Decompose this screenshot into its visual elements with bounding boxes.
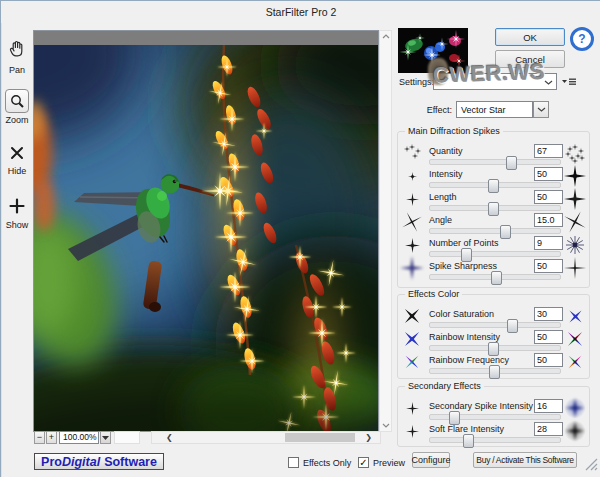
param-value-input[interactable]: 50 [534,167,563,181]
param-slider-thumb[interactable] [491,271,502,285]
long-star-icon [562,188,588,210]
param-slider-thumb[interactable] [463,434,474,448]
param-slider[interactable] [429,414,561,420]
param-label: Rainbow Intensity [429,332,500,342]
tool-pan[interactable]: Pan [1,39,33,75]
small-star-icon [399,397,425,419]
prodigital-logo[interactable]: ProDigitalSoftware [34,453,164,470]
starfilter-dialog: StarFilter Pro 2 PanZoomHideShow [0,0,600,477]
small-star-2-icon [399,420,425,442]
chevron-down-icon [102,436,109,440]
tool-label: Hide [1,166,33,176]
dense-stars-icon [562,142,588,164]
param-value-input[interactable]: 28 [534,422,563,436]
vertical-scrollbar[interactable] [379,30,392,432]
param-row: Secondary Spike Intensity16 [398,400,589,423]
param-slider[interactable] [429,368,561,374]
param-row: Number of Points9 [398,237,589,260]
rainbow-x-star-icon [562,328,588,350]
param-value-input[interactable]: 9 [534,236,563,250]
blue-glow-star-icon [562,397,588,419]
group-main-diffraction-spikes: Main Diffraction SpikesQuantity67Intensi… [397,131,590,288]
zoom-percent-input[interactable]: 100.00% [59,431,99,444]
param-slider[interactable] [429,345,561,351]
show-plus-icon [9,200,25,217]
tool-hide[interactable]: Hide [1,146,33,176]
param-slider[interactable] [429,322,561,328]
param-slider[interactable] [429,437,561,443]
magenta-x-star-icon [562,351,588,373]
param-value-input[interactable]: 15.0 [534,213,563,227]
horizontal-scrollbar[interactable]: ❮ ❯ [151,431,381,444]
four-point-star-icon [399,234,425,256]
soft-blurred-star-icon [399,257,425,279]
preview-checkbox[interactable]: ✓ [358,457,369,468]
green-blue-x-star-icon [399,351,425,373]
param-slider[interactable] [429,182,561,188]
param-slider[interactable] [429,159,561,165]
tool-label: Show [1,220,33,230]
buy-activate-button[interactable]: Buy / Activate This Software [473,452,577,468]
resize-grip[interactable] [584,457,598,475]
param-row: Quantity67 [398,145,589,168]
param-row: Rainbow Frequency50 [398,354,589,377]
tilted-star-left-icon [399,211,425,233]
scroll-left-icon[interactable]: ❮ [166,433,173,443]
param-label: Soft Flare Intensity [429,424,504,434]
magnifier-icon [5,89,29,113]
zoom-out-button[interactable]: − [34,431,45,444]
param-row: Angle15.0 [398,214,589,237]
param-slider[interactable] [429,228,561,234]
dark-glow-star-icon [562,420,588,442]
param-slider-thumb[interactable] [489,365,500,379]
preview-label[interactable]: Preview [373,458,405,468]
param-row: Intensity50 [398,168,589,191]
parameter-groups: Main Diffraction SpikesQuantity67Intensi… [397,1,590,477]
black-x-star-icon [399,305,425,327]
horizontal-scroll-thumb[interactable] [285,433,355,442]
param-label: Number of Points [429,238,499,248]
param-value-input[interactable]: 50 [534,190,563,204]
tool-label: Zoom [1,115,33,125]
group-title: Main Diffraction Spikes [405,126,503,136]
param-value-input[interactable]: 50 [534,330,563,344]
param-value-input[interactable]: 30 [534,307,563,321]
param-label: Rainbow Frequency [429,355,509,365]
param-label: Angle [429,215,452,225]
effects-only-checkbox[interactable] [288,457,299,468]
preview-photo [34,45,378,431]
param-value-input[interactable]: 50 [534,259,563,273]
sharp-star-icon [562,257,588,279]
pan-hand-icon [8,45,26,62]
group-secondary-effects: Secondary EffectsSecondary Spike Intensi… [397,386,590,447]
bright-star-icon [562,165,588,187]
param-slider[interactable] [429,274,561,280]
scroll-up-icon [382,34,390,39]
param-value-input[interactable]: 16 [534,399,563,413]
param-row: Soft Flare Intensity28 [398,423,589,446]
param-slider[interactable] [429,251,561,257]
scroll-right-icon[interactable]: ❯ [365,433,372,443]
param-label: Secondary Spike Intensity [429,401,533,411]
scroll-spacer [114,431,140,444]
param-row: Rainbow Intensity50 [398,331,589,354]
group-title: Effects Color [405,289,462,299]
preview-viewport[interactable] [33,30,379,432]
zoom-in-button[interactable]: + [46,431,57,444]
param-label: Quantity [429,146,463,156]
param-value-input[interactable]: 50 [534,353,563,367]
tool-show[interactable]: Show [1,198,33,230]
group-title: Secondary Effects [405,381,484,391]
param-value-input[interactable]: 67 [534,144,563,158]
sparse-stars-icon [399,142,425,164]
short-star-icon [399,188,425,210]
zoom-dropdown-button[interactable] [100,431,111,444]
configure-button[interactable]: Configure [412,452,450,468]
tilted-star-right-icon [562,211,588,233]
param-label: Intensity [429,169,463,179]
tool-zoom[interactable]: Zoom [1,89,33,125]
param-row: Spike Sharpness50 [398,260,589,283]
effects-only-label[interactable]: Effects Only [303,458,351,468]
window-title: StarFilter Pro 2 [266,6,337,18]
param-slider[interactable] [429,205,561,211]
